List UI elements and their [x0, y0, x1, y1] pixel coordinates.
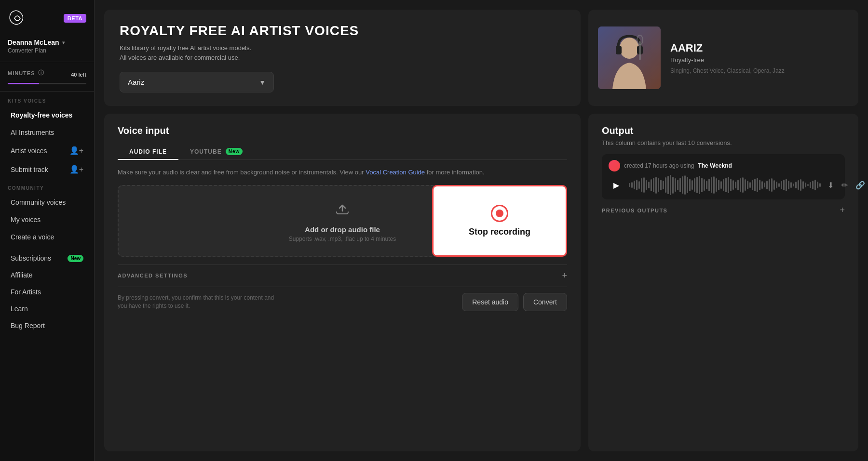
waveform-bar [677, 180, 678, 190]
tab-audio-file[interactable]: AUDIO FILE [118, 144, 178, 160]
waveform-bar [651, 179, 652, 191]
play-button[interactable]: ▶ [609, 177, 624, 193]
tab-youtube[interactable]: YOUTUBE New [178, 144, 254, 160]
sidebar-item-subscriptions[interactable]: Subscriptions New [3, 250, 91, 266]
sidebar-item-bug-report[interactable]: Bug Report [3, 317, 91, 334]
waveform-bar [718, 180, 719, 190]
waveform-bar [754, 179, 756, 191]
waveform-bar [793, 184, 794, 186]
minutes-progress-bar [8, 83, 86, 84]
voice-input-title: Voice input [118, 125, 567, 136]
waveform-bar [819, 183, 821, 187]
voice-selector-dropdown[interactable]: Aariz ▼ [120, 72, 274, 92]
waveform-bar [696, 177, 698, 193]
previous-outputs-toggle[interactable]: PREVIOUS OUTPUTS + [602, 205, 845, 215]
svg-rect-5 [639, 41, 641, 60]
record-icon-outer [491, 205, 508, 222]
subscriptions-new-badge: New [68, 255, 83, 262]
waveform-bar [766, 181, 768, 189]
waveform-bar [699, 176, 700, 194]
waveform-visualization [629, 176, 821, 194]
hero-left-panel: ROYALTY FREE AI ARTIST VOICES Kits libra… [104, 10, 581, 106]
user-chevron-icon: ▾ [62, 40, 65, 45]
waveform-bar [653, 178, 654, 192]
waveform-bar [684, 175, 686, 195]
waveform-bar [663, 181, 664, 189]
sidebar-item-learn[interactable]: Learn [3, 301, 91, 317]
upload-text: Add or drop audio file [305, 225, 380, 234]
waveform-bar [805, 183, 806, 187]
waveform-bar [810, 182, 811, 188]
user-name[interactable]: Deanna McLean ▾ [8, 39, 86, 46]
voice-input-tabs: AUDIO FILE YOUTUBE New [118, 144, 567, 160]
minutes-progress-fill [8, 83, 39, 84]
waveform-bar [752, 180, 753, 190]
artist-image [598, 26, 661, 89]
waveform-bar [692, 180, 693, 190]
vocal-creation-guide-link[interactable]: Vocal Creation Guide [366, 169, 426, 176]
waveform-bar [682, 176, 683, 194]
waveform-bar [778, 183, 780, 187]
sidebar-item-ai-instruments[interactable]: AI Instruments [3, 124, 91, 141]
help-text: Make sure your audio is clear and free f… [118, 168, 567, 177]
svg-point-2 [620, 38, 639, 59]
audio-avatar [609, 160, 620, 171]
sidebar-item-artist-voices[interactable]: Artist voices 👤+ [3, 142, 91, 159]
waveform-bar [646, 180, 647, 190]
waveform-bar [658, 178, 659, 192]
waveform-bar [720, 181, 722, 189]
reset-audio-button[interactable]: Reset audio [462, 293, 518, 311]
sidebar-item-create-a-voice[interactable]: Create a voice [3, 229, 91, 245]
convert-button[interactable]: Convert [523, 293, 567, 311]
artist-genres: Singing, Chest Voice, Classical, Opera, … [670, 67, 849, 74]
waveform-bar [631, 182, 633, 188]
waveform-bar [648, 182, 650, 188]
waveform-bar [781, 181, 782, 189]
hero-section: ROYALTY FREE AI ARTIST VOICES Kits libra… [104, 10, 858, 106]
link-button[interactable]: 🔗 [854, 179, 867, 192]
previous-outputs-label: PREVIOUS OUTPUTS [602, 208, 667, 213]
waveform-bar [769, 179, 770, 191]
waveform-bar [783, 180, 785, 190]
bottom-row: Voice input AUDIO FILE YOUTUBE New Make … [104, 114, 858, 451]
sidebar-item-affiliate[interactable]: Affiliate [3, 267, 91, 283]
edit-button[interactable]: ✏ [840, 179, 850, 192]
sidebar-item-my-voices[interactable]: My voices [3, 211, 91, 228]
waveform-bar [749, 182, 751, 188]
waveform-bar [655, 177, 657, 194]
audio-actions: ⬇ ✏ 🔗 [826, 179, 867, 192]
waveform-bar [773, 180, 775, 190]
waveform-bar [679, 178, 681, 192]
waveform-bar [643, 177, 645, 193]
waveform-bar [795, 182, 797, 188]
minutes-left-value: 40 left [71, 72, 86, 78]
waveform-bar [706, 181, 707, 189]
waveform-bar [814, 180, 816, 190]
sidebar-item-for-artists[interactable]: For Artists [3, 284, 91, 300]
waveform-bar [790, 182, 792, 188]
artist-tag: Royalty-free [670, 56, 849, 64]
waveform-bar [725, 178, 727, 192]
waveform-bar [629, 183, 630, 187]
kits-logo-icon [8, 9, 27, 28]
record-icon-inner [496, 210, 503, 217]
selected-voice-name: Aariz [128, 78, 144, 86]
voice-selector-chevron-icon: ▼ [259, 79, 266, 86]
artist-photo-svg [598, 26, 661, 89]
download-button[interactable]: ⬇ [826, 179, 836, 192]
advanced-settings-toggle[interactable]: ADVANCED SETTINGS + [118, 264, 567, 287]
stop-recording-button[interactable]: Stop recording [432, 185, 567, 257]
user-section[interactable]: Deanna McLean ▾ Converter Plan [0, 35, 94, 62]
waveform-bar [638, 181, 640, 189]
waveform-bar [728, 177, 729, 193]
upload-icon [334, 199, 351, 221]
waveform-bar [708, 179, 710, 191]
sidebar-item-submit-track[interactable]: Submit track 👤+ [3, 160, 91, 178]
sidebar-item-royalty-free-voices[interactable]: Royalty-free voices [3, 107, 91, 123]
audio-meta: created 17 hours ago using The Weeknd [609, 160, 838, 171]
waveform-bar [704, 179, 705, 191]
youtube-new-badge: New [226, 148, 243, 155]
waveform-bar [745, 179, 746, 191]
sidebar-item-community-voices[interactable]: Community voices [3, 194, 91, 211]
waveform-bar [730, 179, 732, 191]
